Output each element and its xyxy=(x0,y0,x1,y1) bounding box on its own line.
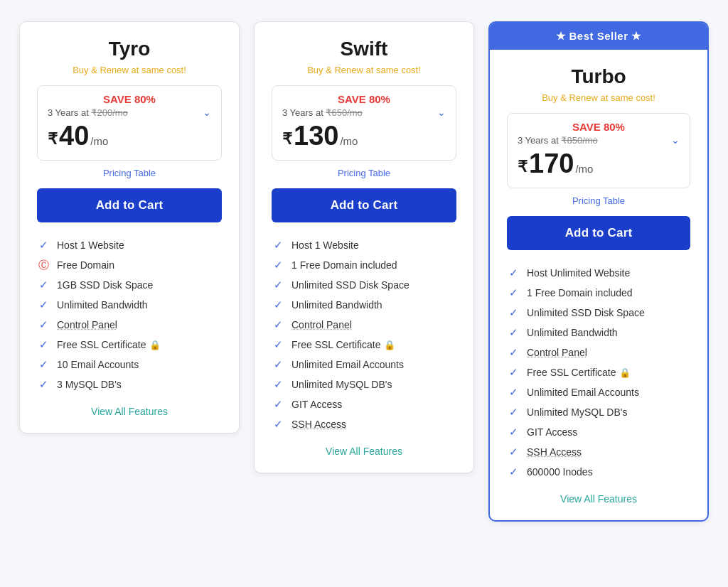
feature-item-swift-2: ✓Unlimited SSD Disk Space xyxy=(272,275,456,295)
save-badge-tyro: SAVE 80% xyxy=(48,93,211,105)
lock-icon: 🔒 xyxy=(619,367,631,378)
feature-item-swift-3: ✓Unlimited Bandwidth xyxy=(272,295,456,315)
add-to-cart-button-turbo[interactable]: Add to Cart xyxy=(507,216,690,250)
original-price-swift: ₹650/mo xyxy=(326,107,362,118)
current-price-turbo: ₹ 170 /mo xyxy=(518,149,680,179)
feature-text-turbo-7: Unlimited MySQL DB's xyxy=(527,406,627,418)
pricing-table-link-tyro[interactable]: Pricing Table xyxy=(37,168,222,178)
check-icon-swift-1: ✓ xyxy=(272,259,284,271)
feature-text-swift-7: Unlimited MySQL DB's xyxy=(291,379,392,390)
price-row-swift: 3 Years at ₹650/mo ⌄ xyxy=(282,107,446,118)
check-icon-tyro-2: ✓ xyxy=(37,279,50,291)
feature-item-turbo-1: ✓1 Free Domain included xyxy=(507,283,690,303)
plan-name-tyro: Tyro xyxy=(37,38,222,60)
check-icon-turbo-4: ✓ xyxy=(507,346,520,359)
feature-text-tyro-7: 3 MySQL DB's xyxy=(57,379,122,390)
per-mo-label: /mo xyxy=(575,163,593,175)
current-price-tyro: ₹ 40 /mo xyxy=(48,121,211,151)
duration-label: 3 Years at ₹200/mo xyxy=(48,107,128,118)
add-to-cart-button-tyro[interactable]: Add to Cart xyxy=(37,188,222,222)
feature-item-tyro-0: ✓Host 1 Website xyxy=(37,235,222,255)
check-icon-turbo-6: ✓ xyxy=(507,386,520,399)
plan-body-turbo: TurboBuy & Renew at same cost!SAVE 80% 3… xyxy=(490,50,707,520)
feature-item-turbo-7: ✓Unlimited MySQL DB's xyxy=(507,402,690,422)
view-features-link-turbo[interactable]: View All Features xyxy=(507,493,690,507)
plan-tagline-swift: Buy & Renew at same cost! xyxy=(272,65,456,75)
check-icon-tyro-7: ✓ xyxy=(37,378,50,391)
plans-container: TyroBuy & Renew at same cost!SAVE 80% 3 … xyxy=(14,14,714,529)
feature-item-swift-0: ✓Host 1 Website xyxy=(272,235,456,255)
current-price-swift: ₹ 130 /mo xyxy=(282,121,446,151)
rupee-symbol: ₹ xyxy=(282,130,292,149)
feature-item-swift-9: ✓SSH Access xyxy=(272,414,456,434)
duration-label: 3 Years at ₹650/mo xyxy=(282,107,363,118)
price-amount-swift: 130 xyxy=(294,121,338,151)
price-dropdown-chevron-turbo[interactable]: ⌄ xyxy=(671,134,680,146)
check-icon-tyro-6: ✓ xyxy=(37,358,50,371)
plan-card-turbo: ★ Best Seller ★TurboBuy & Renew at same … xyxy=(488,21,709,522)
check-icon-tyro-3: ✓ xyxy=(37,298,50,311)
plan-body-tyro: TyroBuy & Renew at same cost!SAVE 80% 3 … xyxy=(20,22,239,433)
feature-item-turbo-8: ✓GIT Access xyxy=(507,422,690,442)
feature-item-turbo-4: ✓Control Panel xyxy=(507,343,690,362)
check-icon-turbo-1: ✓ xyxy=(507,286,520,299)
feature-text-tyro-2: 1GB SSD Disk Space xyxy=(57,279,153,291)
check-icon-swift-4: ✓ xyxy=(272,318,284,331)
feature-item-turbo-5: ✓ Free SSL Certificate 🔒 xyxy=(507,362,690,382)
feature-item-tyro-4: ✓Control Panel xyxy=(37,315,222,335)
feature-text-swift-0: Host 1 Website xyxy=(291,239,359,251)
plan-name-swift: Swift xyxy=(272,38,456,60)
feature-item-swift-5: ✓ Free SSL Certificate 🔒 xyxy=(272,335,456,355)
feature-item-turbo-2: ✓Unlimited SSD Disk Space xyxy=(507,303,690,323)
feature-text-tyro-4: Control Panel xyxy=(57,319,117,330)
feature-text-turbo-3: Unlimited Bandwidth xyxy=(527,327,618,338)
check-icon-swift-0: ✓ xyxy=(272,239,284,252)
check-icon-tyro-4: ✓ xyxy=(37,318,50,331)
check-icon-tyro-5: ✓ xyxy=(37,338,50,351)
feature-item-swift-1: ✓1 Free Domain included xyxy=(272,255,456,275)
add-to-cart-button-swift[interactable]: Add to Cart xyxy=(272,188,456,222)
check-icon-swift-6: ✓ xyxy=(272,358,284,371)
feature-text-swift-2: Unlimited SSD Disk Space xyxy=(291,279,410,291)
pricing-table-link-swift[interactable]: Pricing Table xyxy=(272,168,456,178)
price-box-swift: SAVE 80% 3 Years at ₹650/mo ⌄ ₹ 130 /mo xyxy=(272,85,456,161)
pricing-table-link-turbo[interactable]: Pricing Table xyxy=(507,195,690,206)
view-features-link-tyro[interactable]: View All Features xyxy=(37,406,222,420)
plan-card-swift: SwiftBuy & Renew at same cost!SAVE 80% 3… xyxy=(254,21,474,473)
price-dropdown-chevron-swift[interactable]: ⌄ xyxy=(437,107,446,118)
feature-item-swift-8: ✓GIT Access xyxy=(272,394,456,414)
feature-text-turbo-8: GIT Access xyxy=(527,426,577,438)
price-box-turbo: SAVE 80% 3 Years at ₹850/mo ⌄ ₹ 170 /mo xyxy=(507,113,690,188)
check-icon-turbo-2: ✓ xyxy=(507,306,520,319)
check-icon-swift-8: ✓ xyxy=(272,398,284,411)
plan-body-swift: SwiftBuy & Renew at same cost!SAVE 80% 3… xyxy=(255,22,473,473)
plan-name-turbo: Turbo xyxy=(507,65,690,88)
plan-tagline-turbo: Buy & Renew at same cost! xyxy=(507,92,690,103)
feature-item-tyro-7: ✓3 MySQL DB's xyxy=(37,375,222,394)
feature-text-turbo-0: Host Unlimited Website xyxy=(527,267,630,279)
check-icon-turbo-7: ✓ xyxy=(507,406,520,419)
check-icon-tyro-0: ✓ xyxy=(37,239,50,252)
feature-text-turbo-2: Unlimited SSD Disk Space xyxy=(527,307,645,318)
feature-item-tyro-6: ✓10 Email Accounts xyxy=(37,355,222,375)
feature-text-tyro-3: Unlimited Bandwidth xyxy=(57,299,148,311)
feature-text-turbo-6: Unlimited Email Accounts xyxy=(527,387,639,398)
check-icon-turbo-0: ✓ xyxy=(507,266,520,279)
check-icon-turbo-3: ✓ xyxy=(507,326,520,339)
plan-card-tyro: TyroBuy & Renew at same cost!SAVE 80% 3 … xyxy=(19,21,240,433)
check-icon-swift-5: ✓ xyxy=(272,338,284,351)
feature-text-turbo-5: Free SSL Certificate 🔒 xyxy=(527,367,631,378)
price-box-tyro: SAVE 80% 3 Years at ₹200/mo ⌄ ₹ 40 /mo xyxy=(37,85,222,161)
feature-text-swift-6: Unlimited Email Accounts xyxy=(291,359,404,370)
check-icon-swift-2: ✓ xyxy=(272,279,284,291)
feature-text-swift-5: Free SSL Certificate 🔒 xyxy=(291,339,395,350)
feature-text-turbo-10: 600000 Inodes xyxy=(527,466,593,478)
feature-text-swift-9: SSH Access xyxy=(291,419,346,430)
feature-text-swift-3: Unlimited Bandwidth xyxy=(291,299,382,311)
view-features-link-swift[interactable]: View All Features xyxy=(272,446,456,460)
price-dropdown-chevron-tyro[interactable]: ⌄ xyxy=(203,107,211,118)
rupee-symbol: ₹ xyxy=(48,130,58,149)
feature-item-swift-6: ✓Unlimited Email Accounts xyxy=(272,355,456,375)
plan-tagline-tyro: Buy & Renew at same cost! xyxy=(37,65,222,75)
feature-item-swift-4: ✓Control Panel xyxy=(272,315,456,335)
